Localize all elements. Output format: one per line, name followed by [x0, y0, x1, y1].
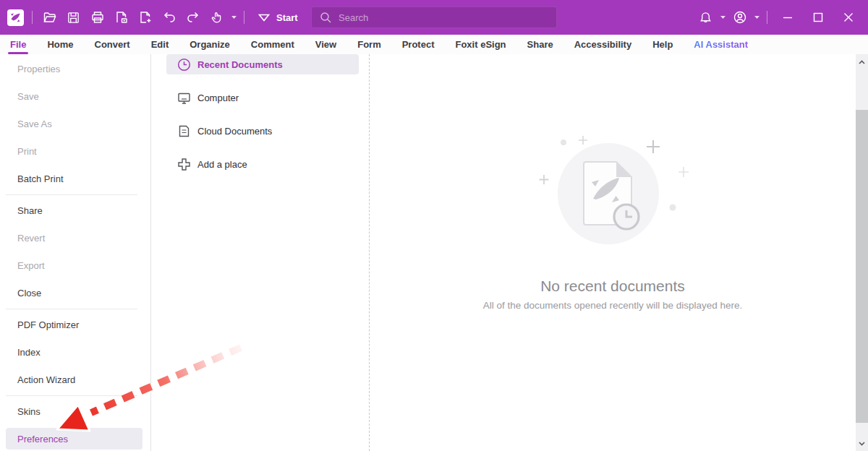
file-menu-preferences[interactable]: Preferences: [6, 428, 142, 450]
tab-view[interactable]: View: [315, 35, 336, 54]
foxit-pdf-editor-window: Start Search: [0, 0, 868, 451]
search-box[interactable]: Search: [311, 7, 557, 28]
tab-file[interactable]: File: [10, 35, 26, 54]
place-label: Cloud Documents: [197, 126, 272, 137]
account-icon: [733, 10, 747, 25]
tab-accessibility[interactable]: Accessibility: [574, 35, 632, 54]
tab-form[interactable]: Form: [357, 35, 381, 54]
scroll-down-button[interactable]: [856, 437, 868, 450]
open-folder-icon: [43, 10, 57, 25]
file-menu-close[interactable]: Close: [0, 279, 150, 306]
print-button[interactable]: [85, 6, 109, 29]
file-menu-skins[interactable]: Skins: [0, 398, 150, 425]
file-menu-save-as[interactable]: Save As: [0, 110, 150, 137]
file-backstage-view: Properties Save Save As Print Batch Prin…: [0, 54, 868, 451]
file-menu-sidebar: Properties Save Save As Print Batch Prin…: [0, 54, 151, 451]
empty-state-illustration: [529, 116, 696, 271]
chevron-up-icon: [859, 60, 865, 64]
toolbar-separator: [767, 11, 767, 24]
redo-icon: [186, 10, 200, 25]
file-menu-properties[interactable]: Properties: [0, 55, 150, 82]
places-panel: Recent Documents Computer: [151, 54, 370, 451]
tab-help[interactable]: Help: [652, 35, 673, 54]
quick-access-toolbar: Start: [0, 0, 307, 35]
save-button[interactable]: [61, 6, 85, 29]
save-icon: [67, 11, 80, 25]
place-cloud-documents[interactable]: Cloud Documents: [166, 121, 359, 141]
caret-down-icon: [720, 15, 726, 20]
place-add-a-place[interactable]: Add a place: [166, 154, 359, 174]
notifications-dropdown[interactable]: [718, 6, 728, 29]
place-label: Add a place: [197, 159, 247, 170]
redo-button[interactable]: [181, 6, 205, 29]
file-menu-index[interactable]: Index: [0, 338, 150, 366]
maximize-button[interactable]: [803, 0, 833, 35]
minimize-button[interactable]: [773, 0, 803, 35]
toolbar-separator: [244, 11, 244, 24]
tab-ai-assistant[interactable]: AI Assistant: [694, 35, 748, 54]
start-tab-label: Start: [276, 12, 298, 23]
tab-foxit-esign[interactable]: Foxit eSign: [455, 35, 506, 54]
chevron-down-icon: [859, 442, 865, 446]
hand-tool-button[interactable]: [205, 6, 229, 29]
page-minus-icon: [114, 10, 129, 25]
empty-state-subtitle: All of the documents opened recently wil…: [483, 300, 743, 311]
sidebar-divider: [6, 395, 137, 396]
caret-down-icon: [754, 15, 760, 20]
page-plus-icon: [138, 10, 153, 25]
undo-button[interactable]: [157, 6, 181, 29]
menubar: File Home Convert Edit Organize Comment …: [0, 35, 868, 54]
file-menu-revert[interactable]: Revert: [0, 224, 150, 252]
recent-documents-panel: No recent documents All of the documents…: [370, 54, 856, 451]
search-placeholder: Search: [339, 12, 368, 23]
caret-down-icon: [231, 15, 237, 20]
open-file-button[interactable]: [38, 6, 61, 29]
tab-organize[interactable]: Organize: [190, 35, 230, 54]
create-pdf-button[interactable]: [133, 6, 157, 29]
tab-protect[interactable]: Protect: [402, 35, 435, 54]
clock-icon: [177, 58, 191, 72]
document-icon: [177, 124, 191, 138]
foxit-logo: [7, 9, 24, 26]
tab-share[interactable]: Share: [527, 35, 553, 54]
file-menu-batch-print[interactable]: Batch Print: [0, 165, 150, 192]
scrollbar-thumb[interactable]: [856, 110, 868, 423]
tab-home[interactable]: Home: [47, 35, 73, 54]
place-recent-documents[interactable]: Recent Documents: [166, 54, 359, 74]
sidebar-divider: [6, 194, 137, 195]
print-icon: [90, 10, 105, 25]
start-tab[interactable]: Start: [250, 0, 307, 35]
maximize-icon: [813, 12, 823, 22]
file-menu-action-wizard[interactable]: Action Wizard: [0, 366, 150, 393]
toolbar-separator: [32, 11, 33, 24]
undo-icon: [162, 10, 176, 25]
place-computer[interactable]: Computer: [166, 87, 359, 108]
account-dropdown[interactable]: [752, 6, 762, 29]
bell-icon: [699, 11, 712, 25]
pdf-export-button[interactable]: [109, 6, 133, 29]
tab-edit[interactable]: Edit: [151, 35, 169, 54]
tab-convert[interactable]: Convert: [95, 35, 130, 54]
file-menu-print[interactable]: Print: [0, 137, 150, 165]
hand-tool-icon: [210, 11, 224, 25]
file-menu-share[interactable]: Share: [0, 197, 150, 224]
file-menu-save[interactable]: Save: [0, 82, 150, 110]
empty-state-title: No recent documents: [540, 278, 685, 295]
close-button[interactable]: [833, 0, 864, 35]
hand-tool-dropdown[interactable]: [229, 6, 239, 29]
account-button[interactable]: [728, 6, 752, 29]
place-label: Computer: [197, 93, 239, 103]
file-menu-pdf-optimizer[interactable]: PDF Optimizer: [0, 311, 150, 338]
vertical-scrollbar[interactable]: [856, 54, 868, 451]
close-icon: [843, 12, 854, 22]
place-label: Recent Documents: [197, 59, 283, 70]
foxit-feather-icon: [10, 12, 21, 23]
scroll-up-button[interactable]: [856, 56, 868, 68]
plus-icon: [177, 158, 191, 171]
tab-comment[interactable]: Comment: [251, 35, 294, 54]
minimize-icon: [783, 12, 793, 22]
titlebar: Start Search: [0, 0, 868, 35]
nabla-down-icon: [258, 14, 270, 22]
file-menu-export[interactable]: Export: [0, 252, 150, 279]
notifications-button[interactable]: [694, 6, 718, 29]
